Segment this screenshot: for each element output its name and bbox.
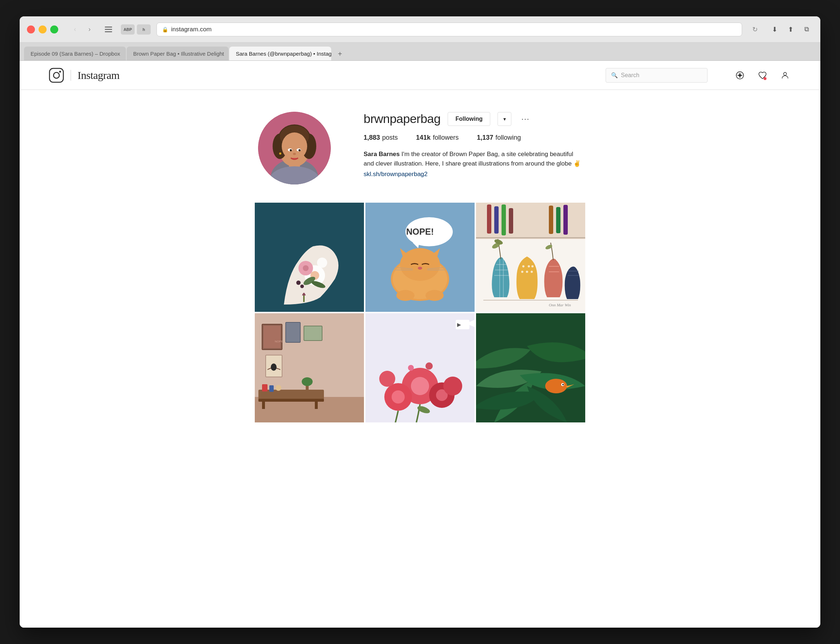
profile-section: brwnpaperbag Following ▾ ··· 1,883 posts… [243,112,597,184]
svg-rect-37 [303,296,305,302]
svg-point-36 [300,284,304,288]
tab-instagram[interactable]: Sara Barnes (@brwnpaperbag) • Instagram … [229,46,331,61]
address-bar[interactable]: 🔒 instagram.com [156,23,742,36]
svg-rect-62 [564,205,568,235]
svg-point-70 [528,265,530,268]
profile-avatar-container [258,112,331,184]
following-label: following [495,134,521,141]
post-2[interactable]: NOPE! [365,203,475,312]
svg-text:Onn Mar Win: Onn Mar Win [549,303,571,307]
photo-grid: NOPE! [240,203,600,422]
new-window-button[interactable]: ⧉ [800,23,813,36]
profile-avatar [258,112,331,184]
post-3[interactable]: Onn Mar Win [476,203,585,312]
instagram-header: Instagram 🔍 Search [20,61,820,90]
notification-dot [764,77,766,80]
post-5[interactable]: ▶ [365,313,475,422]
adblock-button[interactable]: ABP [121,25,135,34]
more-options-button[interactable]: ··· [519,112,533,126]
profile-icon[interactable] [779,69,791,82]
svg-rect-3 [49,68,63,82]
svg-rect-55 [476,203,585,239]
svg-point-35 [296,281,301,285]
svg-rect-57 [494,206,499,233]
honey-button[interactable]: h [137,25,151,34]
instagram-logo-icon[interactable] [49,68,64,83]
svg-rect-56 [487,204,492,233]
header-icons [734,69,791,82]
add-tab-button[interactable]: + [334,47,347,61]
forward-button[interactable]: › [83,23,96,36]
following-stat: 1,137 following [477,134,521,141]
posts-stat: 1,883 posts [363,134,398,141]
logo-area: Instagram [49,68,119,83]
svg-text:NOPE: NOPE [275,340,283,343]
svg-point-112 [443,376,462,396]
lock-icon: 🔒 [162,26,168,32]
svg-point-5 [59,71,61,72]
activity-icon[interactable] [756,69,769,82]
svg-point-23 [298,149,301,151]
svg-rect-96 [262,402,265,409]
svg-marker-7 [737,72,743,78]
close-button[interactable] [27,25,35,33]
svg-point-53 [426,290,444,301]
followers-label: followers [433,134,459,141]
svg-point-25 [279,153,281,154]
bio-link[interactable]: skl.sh/brownpaperbag2 [363,169,582,179]
followers-stat: 141k followers [416,134,459,141]
maximize-button[interactable] [50,25,58,33]
svg-text:▶: ▶ [457,322,461,327]
minimize-button[interactable] [39,25,47,33]
extension-buttons: ABP h [121,25,151,34]
svg-rect-59 [509,208,513,233]
svg-point-114 [408,365,414,371]
svg-rect-61 [556,207,561,233]
bio-name: Sara Barnes [363,151,399,158]
browser-titlebar: ‹ › ABP h 🔒 instagram.com ↻ ⬇ ⬆ ⧉ [20,16,820,43]
post-1[interactable] [255,203,364,312]
window-controls [27,25,58,33]
svg-point-32 [317,258,327,268]
sidebar-button[interactable] [102,23,115,36]
svg-point-22 [290,149,292,151]
instagram-wordmark[interactable]: Instagram [77,69,119,82]
svg-rect-89 [286,322,300,342]
svg-point-72 [521,271,523,273]
post-4[interactable]: NOPE [255,313,364,422]
profile-username: brwnpaperbag [363,112,441,126]
following-count: 1,137 [477,134,493,141]
svg-rect-2 [105,31,112,32]
tab-dropbox[interactable]: Episode 09 (Sara Barnes) – Dropbox [24,46,126,61]
svg-rect-90 [304,326,322,340]
svg-rect-63 [476,237,585,238]
dropdown-button[interactable]: ▾ [498,112,511,126]
svg-point-69 [522,265,524,268]
download-button[interactable]: ⬇ [768,23,781,36]
post-6[interactable] [476,313,585,422]
svg-rect-95 [258,399,324,402]
svg-point-92 [271,363,276,371]
tab-brownpaperbag[interactable]: Brown Paper Bag • Illustrative Delight [127,46,228,61]
svg-point-102 [302,377,312,386]
refresh-button[interactable]: ↻ [752,25,758,33]
share-button[interactable]: ⬆ [784,23,797,36]
svg-rect-58 [501,204,506,235]
search-icon: 🔍 [611,72,618,79]
svg-point-8 [784,72,786,75]
following-button[interactable]: Following [448,112,490,126]
url-text: instagram.com [171,26,212,33]
search-bar[interactable]: 🔍 Search [606,68,707,82]
username-row: brwnpaperbag Following ▾ ··· [363,112,582,126]
svg-point-24 [293,153,296,155]
followers-count: 141k [416,134,431,141]
explore-icon[interactable] [734,69,746,82]
profile-bio: Sara Barnes I'm the creator of Brown Pap… [363,150,582,179]
posts-label: posts [382,134,398,141]
svg-rect-0 [105,26,112,28]
svg-point-19 [282,132,307,160]
back-button[interactable]: ‹ [68,23,82,36]
svg-point-115 [426,362,433,370]
search-placeholder: Search [621,72,639,79]
svg-point-100 [276,385,281,391]
